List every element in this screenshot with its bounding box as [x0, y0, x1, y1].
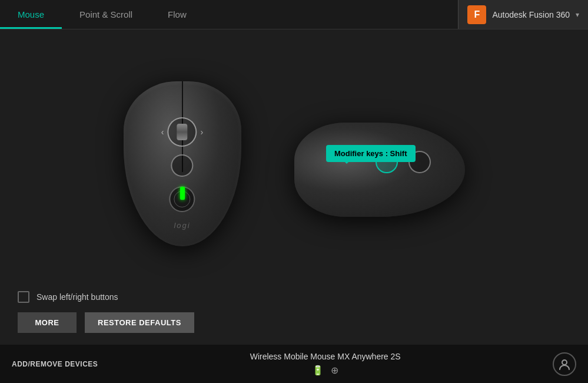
modifier-keys-tooltip: Modifier keys : Shift [326, 145, 416, 162]
swap-checkbox[interactable] [18, 291, 29, 303]
chevron-down-icon: ▾ [576, 11, 579, 19]
main-content: ‹ › logi [0, 29, 588, 345]
mouse-front-body: ‹ › logi [124, 81, 241, 246]
logi-logo: logi [174, 221, 190, 230]
mouse-side-view: Modifier keys : Shift [294, 111, 471, 229]
mouse-area: ‹ › logi [0, 81, 588, 258]
mode-button[interactable] [171, 154, 194, 177]
scroll-wheel[interactable] [168, 117, 197, 147]
device-name: Wireless Mobile Mouse MX Anywhere 2S [250, 352, 401, 361]
add-remove-devices-button[interactable]: ADD/REMOVE DEVICES [12, 360, 98, 368]
button-row: MORE RESTORE DEFAULTS [18, 312, 194, 333]
profile-icon [558, 358, 571, 371]
tooltip-container: Modifier keys : Shift [376, 151, 398, 173]
restore-defaults-button[interactable]: RESTORE DEFAULTS [85, 312, 194, 333]
tab-bar: Mouse Point & Scroll Flow F Autodesk Fus… [0, 0, 588, 29]
mouse-side-body: Modifier keys : Shift [294, 123, 465, 217]
footer: ADD/REMOVE DEVICES Wireless Mobile Mouse… [0, 345, 588, 383]
battery-icon: 🔋 [312, 365, 324, 376]
app-name: Autodesk Fusion 360 [492, 10, 570, 19]
svg-point-0 [562, 360, 567, 365]
mouse-front-view: ‹ › logi [118, 81, 247, 258]
tab-flow[interactable]: Flow [150, 0, 204, 29]
scroll-wheel-container: ‹ › [161, 117, 203, 147]
more-button[interactable]: MORE [18, 312, 77, 333]
tab-spacer [204, 0, 459, 29]
app-icon: F [467, 5, 486, 24]
wheel-inner [177, 124, 188, 140]
swap-label: Swap left/right buttons [36, 292, 118, 302]
tab-point-scroll[interactable]: Point & Scroll [62, 0, 150, 29]
swap-checkbox-row: Swap left/right buttons [18, 291, 194, 303]
side-buttons: Modifier keys : Shift [376, 151, 431, 173]
tab-mouse[interactable]: Mouse [0, 0, 62, 29]
receiver-icon: ⊕ [331, 365, 338, 376]
battery-indicator [180, 187, 185, 200]
arrow-right-icon: › [201, 127, 204, 137]
device-icons: 🔋 ⊕ [312, 365, 338, 376]
arrow-left-icon: ‹ [161, 127, 164, 137]
footer-center: Wireless Mobile Mouse MX Anywhere 2S 🔋 ⊕ [98, 352, 553, 376]
profile-button[interactable] [553, 352, 576, 376]
controls-area: Swap left/right buttons MORE RESTORE DEF… [18, 291, 194, 333]
app-selector[interactable]: F Autodesk Fusion 360 ▾ [458, 0, 588, 29]
